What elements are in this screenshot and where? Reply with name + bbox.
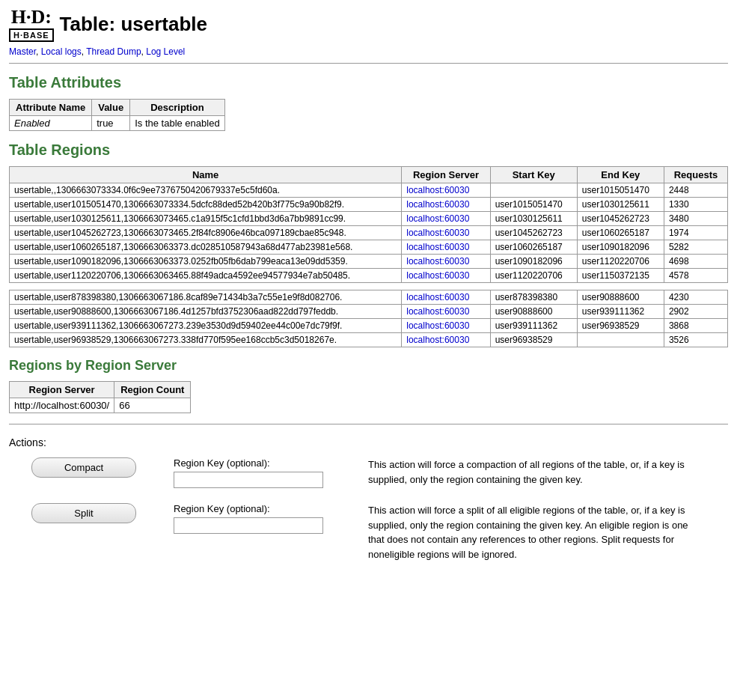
- header-divider: [9, 63, 728, 64]
- table-regions-heading: Table Regions: [9, 141, 728, 159]
- page-title: Table: usertable: [60, 13, 207, 36]
- region-server-table: Region Server Region Count http://localh…: [9, 381, 191, 413]
- region-server: localhost:60030: [402, 255, 490, 269]
- region-end-key: [577, 333, 664, 347]
- empty-separator-row: [10, 283, 728, 290]
- region-start-key: user1090182096: [490, 255, 577, 269]
- compact-key-area: Region Key (optional):: [174, 457, 353, 488]
- table-row: Enabled true Is the table enabled: [10, 116, 225, 131]
- rs-col-server: Region Server: [10, 382, 114, 398]
- region-end-key: user1045262723: [577, 212, 664, 226]
- table-row: usertable,user1090182096,1306663063373.0…: [10, 255, 728, 269]
- compact-button-area: Compact: [9, 457, 159, 478]
- split-key-label: Region Key (optional):: [174, 503, 353, 514]
- region-name: usertable,user1060265187,1306663063373.d…: [10, 240, 402, 255]
- attr-col-value: Value: [92, 100, 130, 116]
- table-row: http://localhost:60030/ 66: [10, 398, 191, 413]
- nav-log-level[interactable]: Log Level: [146, 46, 185, 57]
- region-start-key: user939111362: [490, 319, 577, 333]
- region-end-key: user1090182096: [577, 240, 664, 255]
- nav-local-logs[interactable]: Local logs: [41, 46, 82, 57]
- region-name: usertable,user1120220706,1306663063465.8…: [10, 269, 402, 283]
- split-description: This action will force a split of all el…: [368, 503, 705, 561]
- region-requests: 3526: [664, 333, 727, 347]
- split-button[interactable]: Split: [31, 503, 136, 523]
- region-server: localhost:60030: [402, 319, 490, 333]
- region-col-server: Region Server: [402, 167, 490, 183]
- region-start-key: [490, 183, 577, 198]
- table-row: usertable,user939111362,1306663067273.23…: [10, 319, 728, 333]
- nav-master[interactable]: Master: [9, 46, 36, 57]
- nav-thread-dump[interactable]: Thread Dump: [86, 46, 141, 57]
- region-end-key: user96938529: [577, 319, 664, 333]
- region-end-key: user1120220706: [577, 255, 664, 269]
- region-name: usertable,user878398380,1306663067186.8c…: [10, 290, 402, 305]
- region-name: usertable,user1045262723,1306663073465.2…: [10, 226, 402, 240]
- region-end-key: user939111362: [577, 305, 664, 319]
- split-key-input[interactable]: [174, 517, 323, 534]
- region-name: usertable,user939111362,1306663067273.23…: [10, 319, 402, 333]
- hbase-logo: H·D: H·BASE: [9, 6, 54, 42]
- rs-server-value: http://localhost:60030/: [10, 398, 114, 413]
- attr-name: Enabled: [10, 116, 92, 131]
- region-start-key: user1060265187: [490, 240, 577, 255]
- region-name: usertable,user1030125611,1306663073465.c…: [10, 212, 402, 226]
- split-key-area: Region Key (optional):: [174, 503, 353, 534]
- region-requests: 1330: [664, 198, 727, 212]
- region-name: usertable,user1015051470,1306663073334.5…: [10, 198, 402, 212]
- table-row: usertable,user1120220706,1306663063465.8…: [10, 269, 728, 283]
- attr-col-name: Attribute Name: [10, 100, 92, 116]
- logo-brand: H·BASE: [9, 28, 54, 42]
- region-server: localhost:60030: [402, 333, 490, 347]
- table-row: usertable,user1015051470,1306663073334.5…: [10, 198, 728, 212]
- region-start-key: user1015051470: [490, 198, 577, 212]
- region-end-key: user1150372135: [577, 269, 664, 283]
- compact-key-label: Region Key (optional):: [174, 457, 353, 469]
- region-requests: 3480: [664, 212, 727, 226]
- region-server: localhost:60030: [402, 269, 490, 283]
- actions-section: Actions: Compact Region Key (optional): …: [9, 436, 728, 561]
- table-attributes-heading: Table Attributes: [9, 74, 728, 91]
- region-requests: 4698: [664, 255, 727, 269]
- region-start-key: user96938529: [490, 333, 577, 347]
- table-row: usertable,user90888600,1306663067186.4d1…: [10, 305, 728, 319]
- region-start-key: user1030125611: [490, 212, 577, 226]
- region-col-end: End Key: [577, 167, 664, 183]
- region-start-key: user1045262723: [490, 226, 577, 240]
- attr-col-desc: Description: [130, 100, 224, 116]
- region-requests: 3868: [664, 319, 727, 333]
- compact-action-row: Compact Region Key (optional): This acti…: [9, 457, 728, 488]
- region-end-key: user90888600: [577, 290, 664, 305]
- region-server: localhost:60030: [402, 290, 490, 305]
- attributes-table: Attribute Name Value Description Enabled…: [9, 99, 225, 131]
- region-requests: 1974: [664, 226, 727, 240]
- table-row: usertable,user1045262723,1306663073465.2…: [10, 226, 728, 240]
- regions-by-server-heading: Regions by Region Server: [9, 358, 728, 374]
- compact-key-input[interactable]: [174, 472, 323, 488]
- regions-table: Name Region Server Start Key End Key Req…: [9, 166, 728, 347]
- region-start-key: user90888600: [490, 305, 577, 319]
- rs-count-value: 66: [114, 398, 191, 413]
- compact-description: This action will force a compaction of a…: [368, 457, 705, 487]
- region-start-key: user878398380: [490, 290, 577, 305]
- region-name: usertable,user96938529,1306663067273.338…: [10, 333, 402, 347]
- table-row: usertable,user96938529,1306663067273.338…: [10, 333, 728, 347]
- region-end-key: user1030125611: [577, 198, 664, 212]
- compact-button[interactable]: Compact: [31, 457, 136, 478]
- logo-icon: H·D:: [11, 6, 52, 28]
- region-requests: 4230: [664, 290, 727, 305]
- nav-links: Master, Local logs, Thread Dump, Log Lev…: [9, 46, 728, 57]
- actions-divider: [9, 424, 728, 424]
- page-header: H·D: H·BASE Table: usertable: [9, 6, 728, 42]
- region-col-name: Name: [10, 167, 402, 183]
- region-requests: 4578: [664, 269, 727, 283]
- rs-col-count: Region Count: [114, 382, 191, 398]
- region-name: usertable,,1306663073334.0f6c9ee73767504…: [10, 183, 402, 198]
- table-row: usertable,user878398380,1306663067186.8c…: [10, 290, 728, 305]
- region-server: localhost:60030: [402, 305, 490, 319]
- region-start-key: user1120220706: [490, 269, 577, 283]
- region-requests: 2902: [664, 305, 727, 319]
- table-row: usertable,user1030125611,1306663073465.c…: [10, 212, 728, 226]
- table-row: usertable,,1306663073334.0f6c9ee73767504…: [10, 183, 728, 198]
- region-server: localhost:60030: [402, 240, 490, 255]
